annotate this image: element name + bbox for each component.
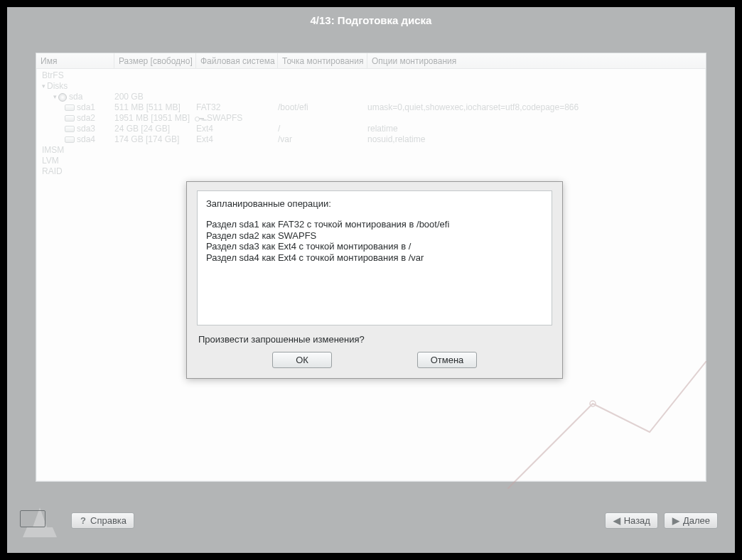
- confirm-dialog: Запланированные операции: Раздел sda1 ка…: [186, 181, 563, 379]
- next-label: Далее: [683, 515, 710, 526]
- ok-button[interactable]: ОК: [272, 352, 332, 368]
- operation-line: Раздел sda2 как SWAPFS: [206, 230, 543, 242]
- dialog-heading: Запланированные операции:: [206, 198, 543, 209]
- help-label: Справка: [90, 515, 127, 526]
- cancel-button[interactable]: Отмена: [417, 352, 477, 368]
- help-button[interactable]: ? Справка: [71, 512, 134, 529]
- back-label: Назад: [624, 515, 650, 526]
- dialog-body: Запланированные операции: Раздел sda1 ка…: [197, 190, 552, 325]
- next-button[interactable]: ▶ Далее: [664, 512, 718, 529]
- chevron-right-icon: ▶: [672, 517, 680, 525]
- footer: ? Справка ◀ Назад ▶ Далее: [7, 503, 735, 543]
- operation-line: Раздел sda1 как FAT32 с точкой монтирова…: [206, 219, 543, 230]
- help-icon: ?: [79, 517, 87, 525]
- chevron-left-icon: ◀: [613, 517, 621, 525]
- operation-line: Раздел sda3 как Ext4 с точкой монтирован…: [206, 241, 543, 252]
- dialog-question: Произвести запрошенные изменения?: [197, 325, 552, 352]
- operation-line: Раздел sda4 как Ext4 с точкой монтирован…: [206, 252, 543, 264]
- logo-box: [20, 510, 45, 527]
- back-button[interactable]: ◀ Назад: [605, 512, 658, 529]
